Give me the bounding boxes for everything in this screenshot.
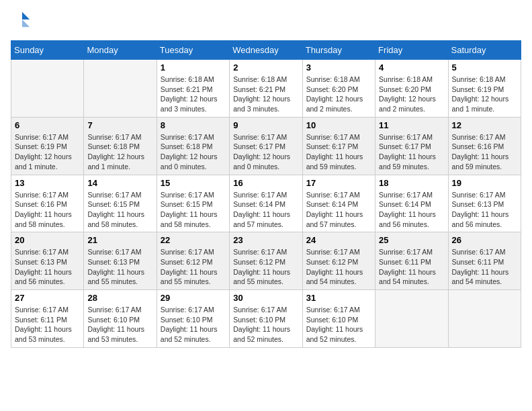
day-info: Sunrise: 6:17 AM Sunset: 6:10 PM Dayligh…	[161, 305, 226, 345]
day-info: Sunrise: 6:17 AM Sunset: 6:12 PM Dayligh…	[233, 247, 298, 287]
calendar-cell: 7Sunrise: 6:17 AM Sunset: 6:18 PM Daylig…	[84, 117, 157, 175]
day-number: 14	[87, 178, 152, 188]
calendar-cell: 13Sunrise: 6:17 AM Sunset: 6:16 PM Dayli…	[11, 175, 84, 232]
calendar-cell: 3Sunrise: 6:18 AM Sunset: 6:20 PM Daylig…	[302, 60, 375, 118]
day-info: Sunrise: 6:18 AM Sunset: 6:21 PM Dayligh…	[233, 75, 298, 114]
day-info: Sunrise: 6:17 AM Sunset: 6:15 PM Dayligh…	[87, 190, 152, 230]
day-info: Sunrise: 6:17 AM Sunset: 6:11 PM Dayligh…	[379, 247, 444, 287]
day-number: 16	[233, 178, 298, 188]
calendar-cell: 23Sunrise: 6:17 AM Sunset: 6:12 PM Dayli…	[230, 232, 302, 290]
day-number: 5	[452, 62, 517, 73]
calendar-week-5: 27Sunrise: 6:17 AM Sunset: 6:11 PM Dayli…	[11, 290, 521, 348]
calendar-cell: 28Sunrise: 6:17 AM Sunset: 6:10 PM Dayli…	[84, 290, 157, 348]
day-number: 13	[15, 178, 80, 188]
weekday-header-row: SundayMondayTuesdayWednesdayThursdayFrid…	[11, 41, 521, 60]
day-number: 24	[306, 235, 371, 245]
calendar-week-1: 1Sunrise: 6:18 AM Sunset: 6:21 PM Daylig…	[11, 60, 521, 118]
day-info: Sunrise: 6:18 AM Sunset: 6:21 PM Dayligh…	[161, 75, 226, 114]
day-info: Sunrise: 6:18 AM Sunset: 6:20 PM Dayligh…	[379, 75, 444, 114]
day-info: Sunrise: 6:17 AM Sunset: 6:13 PM Dayligh…	[87, 247, 152, 287]
calendar-cell	[448, 290, 521, 348]
weekday-header-monday: Monday	[84, 41, 157, 60]
calendar-cell: 15Sunrise: 6:17 AM Sunset: 6:15 PM Dayli…	[157, 175, 229, 232]
weekday-header-sunday: Sunday	[11, 41, 84, 60]
day-info: Sunrise: 6:17 AM Sunset: 6:18 PM Dayligh…	[161, 132, 226, 172]
logo-icon	[12, 11, 31, 30]
calendar-week-4: 20Sunrise: 6:17 AM Sunset: 6:13 PM Dayli…	[11, 232, 521, 290]
day-number: 12	[452, 120, 517, 130]
day-number: 8	[161, 120, 226, 130]
day-info: Sunrise: 6:17 AM Sunset: 6:17 PM Dayligh…	[379, 132, 444, 172]
day-number: 7	[87, 120, 152, 130]
calendar-cell: 19Sunrise: 6:17 AM Sunset: 6:13 PM Dayli…	[448, 175, 521, 232]
day-number: 3	[306, 62, 371, 73]
day-info: Sunrise: 6:17 AM Sunset: 6:16 PM Dayligh…	[452, 132, 517, 172]
calendar-cell: 11Sunrise: 6:17 AM Sunset: 6:17 PM Dayli…	[375, 117, 448, 175]
day-number: 28	[87, 293, 152, 303]
calendar-cell: 14Sunrise: 6:17 AM Sunset: 6:15 PM Dayli…	[84, 175, 157, 232]
calendar-cell: 26Sunrise: 6:17 AM Sunset: 6:11 PM Dayli…	[448, 232, 521, 290]
weekday-header-saturday: Saturday	[448, 41, 521, 60]
page-header	[11, 11, 521, 32]
day-info: Sunrise: 6:17 AM Sunset: 6:15 PM Dayligh…	[161, 190, 226, 230]
calendar-cell: 31Sunrise: 6:17 AM Sunset: 6:10 PM Dayli…	[302, 290, 375, 348]
day-info: Sunrise: 6:17 AM Sunset: 6:12 PM Dayligh…	[161, 247, 226, 287]
day-number: 10	[306, 120, 371, 130]
day-number: 21	[87, 235, 152, 245]
day-number: 15	[161, 178, 226, 188]
calendar-week-3: 13Sunrise: 6:17 AM Sunset: 6:16 PM Dayli…	[11, 175, 521, 232]
day-number: 4	[379, 62, 444, 73]
calendar-cell: 2Sunrise: 6:18 AM Sunset: 6:21 PM Daylig…	[230, 60, 302, 118]
calendar-cell: 20Sunrise: 6:17 AM Sunset: 6:13 PM Dayli…	[11, 232, 84, 290]
day-info: Sunrise: 6:18 AM Sunset: 6:19 PM Dayligh…	[452, 75, 517, 114]
day-info: Sunrise: 6:17 AM Sunset: 6:11 PM Dayligh…	[15, 305, 80, 345]
calendar-cell: 18Sunrise: 6:17 AM Sunset: 6:14 PM Dayli…	[375, 175, 448, 232]
calendar-cell	[375, 290, 448, 348]
calendar-cell	[11, 60, 84, 118]
day-number: 25	[379, 235, 444, 245]
calendar-cell: 1Sunrise: 6:18 AM Sunset: 6:21 PM Daylig…	[157, 60, 229, 118]
day-info: Sunrise: 6:17 AM Sunset: 6:11 PM Dayligh…	[452, 247, 517, 287]
calendar-cell: 25Sunrise: 6:17 AM Sunset: 6:11 PM Dayli…	[375, 232, 448, 290]
day-number: 9	[233, 120, 298, 130]
calendar-cell: 27Sunrise: 6:17 AM Sunset: 6:11 PM Dayli…	[11, 290, 84, 348]
calendar-cell: 21Sunrise: 6:17 AM Sunset: 6:13 PM Dayli…	[84, 232, 157, 290]
day-info: Sunrise: 6:17 AM Sunset: 6:13 PM Dayligh…	[15, 247, 80, 287]
day-info: Sunrise: 6:17 AM Sunset: 6:14 PM Dayligh…	[379, 190, 444, 230]
day-info: Sunrise: 6:17 AM Sunset: 6:18 PM Dayligh…	[87, 132, 152, 172]
calendar-cell: 24Sunrise: 6:17 AM Sunset: 6:12 PM Dayli…	[302, 232, 375, 290]
calendar-cell: 29Sunrise: 6:17 AM Sunset: 6:10 PM Dayli…	[157, 290, 229, 348]
day-info: Sunrise: 6:17 AM Sunset: 6:13 PM Dayligh…	[452, 190, 517, 230]
weekday-header-tuesday: Tuesday	[157, 41, 229, 60]
day-info: Sunrise: 6:17 AM Sunset: 6:17 PM Dayligh…	[233, 132, 298, 172]
day-number: 22	[161, 235, 226, 245]
day-number: 11	[379, 120, 444, 130]
calendar-cell: 4Sunrise: 6:18 AM Sunset: 6:20 PM Daylig…	[375, 60, 448, 118]
day-number: 17	[306, 178, 371, 188]
day-info: Sunrise: 6:17 AM Sunset: 6:17 PM Dayligh…	[306, 132, 371, 172]
calendar-week-2: 6Sunrise: 6:17 AM Sunset: 6:19 PM Daylig…	[11, 117, 521, 175]
calendar-cell: 30Sunrise: 6:17 AM Sunset: 6:10 PM Dayli…	[230, 290, 302, 348]
day-number: 29	[161, 293, 226, 303]
day-info: Sunrise: 6:17 AM Sunset: 6:14 PM Dayligh…	[233, 190, 298, 230]
svg-marker-0	[22, 12, 30, 19]
calendar-cell: 6Sunrise: 6:17 AM Sunset: 6:19 PM Daylig…	[11, 117, 84, 175]
calendar-table: SundayMondayTuesdayWednesdayThursdayFrid…	[11, 40, 521, 348]
weekday-header-friday: Friday	[375, 41, 448, 60]
calendar-cell: 10Sunrise: 6:17 AM Sunset: 6:17 PM Dayli…	[302, 117, 375, 175]
day-info: Sunrise: 6:17 AM Sunset: 6:19 PM Dayligh…	[15, 132, 80, 172]
calendar-cell: 22Sunrise: 6:17 AM Sunset: 6:12 PM Dayli…	[157, 232, 229, 290]
calendar-cell	[84, 60, 157, 118]
calendar-cell: 16Sunrise: 6:17 AM Sunset: 6:14 PM Dayli…	[230, 175, 302, 232]
day-number: 30	[233, 293, 298, 303]
day-number: 31	[306, 293, 371, 303]
day-number: 20	[15, 235, 80, 245]
calendar-cell: 9Sunrise: 6:17 AM Sunset: 6:17 PM Daylig…	[230, 117, 302, 175]
logo	[11, 11, 31, 32]
day-info: Sunrise: 6:18 AM Sunset: 6:20 PM Dayligh…	[306, 75, 371, 114]
day-info: Sunrise: 6:17 AM Sunset: 6:10 PM Dayligh…	[306, 305, 371, 345]
day-number: 23	[233, 235, 298, 245]
day-info: Sunrise: 6:17 AM Sunset: 6:14 PM Dayligh…	[306, 190, 371, 230]
day-number: 19	[452, 178, 517, 188]
day-info: Sunrise: 6:17 AM Sunset: 6:10 PM Dayligh…	[233, 305, 298, 345]
